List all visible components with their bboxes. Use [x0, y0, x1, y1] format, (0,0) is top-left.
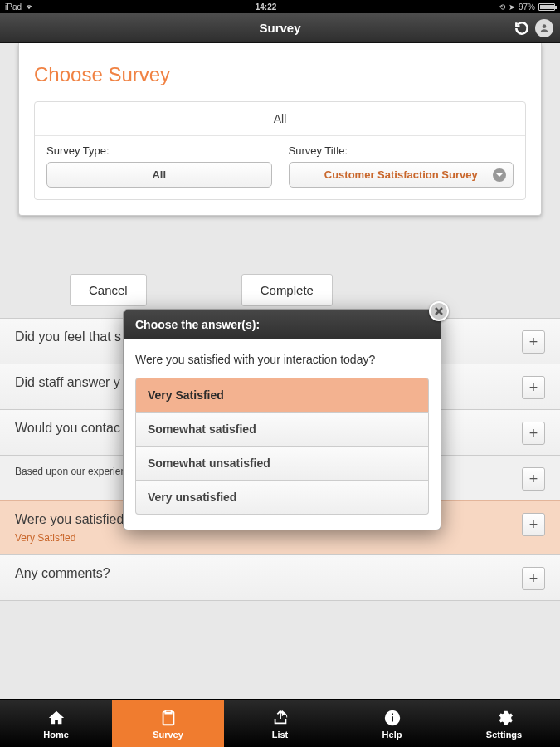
clock: 14:22: [256, 2, 277, 12]
answer-option[interactable]: Somewhat satisfied: [135, 413, 429, 447]
tab-label: Settings: [486, 730, 522, 740]
panel-title: Choose Survey: [34, 63, 526, 86]
tab-settings[interactable]: Settings: [448, 700, 560, 747]
answer-option[interactable]: Very Satisfied: [135, 378, 429, 413]
question-text: Any comments?: [15, 565, 522, 583]
nav-bar: Survey: [0, 13, 560, 43]
info-icon: [383, 708, 402, 728]
profile-icon[interactable]: [535, 19, 553, 37]
complete-button[interactable]: Complete: [241, 274, 333, 306]
refresh-icon[interactable]: [514, 20, 530, 37]
page-title: Survey: [259, 21, 300, 35]
survey-type-value: All: [152, 168, 166, 181]
wifi-icon: [25, 3, 33, 10]
question-answer-sub: Very Satisfied: [15, 532, 512, 545]
survey-title-label: Survey Title:: [289, 144, 514, 157]
location-icon: ➤: [509, 2, 515, 12]
tab-label: List: [272, 730, 289, 740]
lock-rotation-icon: ⟲: [499, 2, 505, 12]
tab-bar: HomeSurveyListHelpSettings: [0, 699, 560, 747]
popover-header: Choose the answer(s):: [124, 310, 441, 339]
survey-type-select[interactable]: All: [46, 162, 272, 188]
answer-popover: Choose the answer(s): Were you satisfied…: [123, 309, 441, 530]
expand-button[interactable]: +: [522, 330, 545, 354]
choose-survey-panel: Choose Survey All Survey Type: All Surve…: [18, 43, 542, 216]
gear-icon: [495, 708, 514, 728]
cancel-button[interactable]: Cancel: [70, 274, 147, 306]
battery-percent: 97%: [519, 2, 535, 12]
battery-icon: [538, 3, 555, 11]
clipboard-icon: [159, 708, 178, 728]
survey-type-label: Survey Type:: [46, 144, 272, 157]
expand-button[interactable]: +: [522, 513, 545, 536]
tab-home[interactable]: Home: [0, 700, 112, 747]
tab-list[interactable]: List: [224, 700, 336, 747]
device-label: iPad: [5, 2, 22, 12]
expand-button[interactable]: +: [522, 376, 545, 399]
status-bar: iPad 14:22 ⟲ ➤ 97%: [0, 0, 560, 13]
filter-box: All Survey Type: All Survey Title: Custo…: [34, 101, 526, 200]
expand-button[interactable]: +: [522, 467, 545, 491]
question-row[interactable]: Any comments?+: [0, 554, 560, 601]
expand-button[interactable]: +: [522, 422, 545, 445]
survey-title-select[interactable]: Customer Satisfaction Survey: [289, 162, 514, 188]
share-icon: [271, 708, 290, 728]
chevron-down-icon: [493, 168, 506, 182]
tab-label: Survey: [153, 730, 183, 740]
home-icon: [47, 708, 66, 728]
tab-label: Help: [382, 730, 402, 740]
option-list: Very SatisfiedSomewhat satisfiedSomewhat…: [124, 378, 441, 530]
survey-title-value: Customer Satisfaction Survey: [324, 168, 478, 181]
tab-survey[interactable]: Survey: [112, 700, 224, 747]
close-button[interactable]: [429, 301, 449, 321]
popover-question: Were you satisfied with your interaction…: [124, 339, 441, 378]
expand-button[interactable]: +: [522, 567, 545, 590]
filter-all-header: All: [35, 102, 525, 136]
answer-option[interactable]: Somewhat unsatisfied: [135, 447, 429, 481]
tab-label: Home: [43, 730, 69, 740]
tab-help[interactable]: Help: [336, 700, 448, 747]
answer-option[interactable]: Very unsatisfied: [135, 481, 429, 515]
